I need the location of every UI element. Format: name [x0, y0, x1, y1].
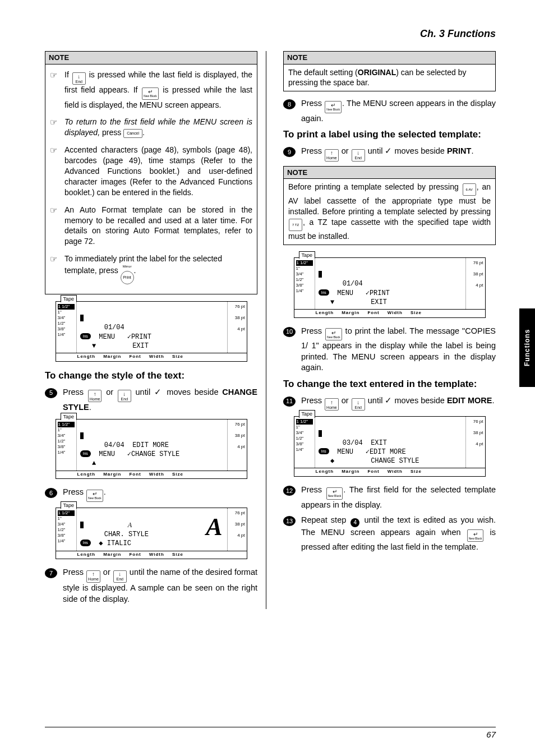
end-key-icon: ↓End: [72, 72, 86, 85]
note-item: To immediately print the label for the s…: [50, 253, 252, 284]
note-header: NOTE: [45, 52, 257, 64]
note-item: To return to the first field while the M…: [50, 117, 252, 138]
step-13: 13 Repeat step 4 until the text is edite…: [283, 515, 496, 553]
av-key-icon: 6 AV: [463, 183, 476, 196]
heading-edit-text: To change the text entered in the templa…: [283, 378, 496, 391]
left-column: NOTE If ↓End is pressed while the last f…: [45, 51, 266, 609]
note-box-1: NOTE If ↓End is pressed while the last f…: [45, 51, 257, 294]
page-footer: 67: [45, 727, 496, 739]
side-tab: Functions: [519, 308, 535, 387]
new-block-key-icon: ↵New Block: [142, 87, 159, 100]
step-number-icon: 8: [283, 99, 296, 109]
new-block-key-icon: ↵New Block: [325, 101, 342, 113]
heading-change-style: To change the style of the text:: [45, 370, 257, 382]
step-10: 10 Press ↵New Block to print the label. …: [283, 326, 496, 374]
lcd-display-5: Tape 1 1/2"1"3/4"1/2"3/8"1/4" 03/04 EXIT…: [294, 416, 486, 477]
step-ref-4-icon: 4: [350, 518, 359, 527]
end-key-icon: ↓End: [118, 390, 131, 402]
step-8: 8 Press ↵New Block. The MENU screen appe…: [283, 98, 496, 124]
step-number-icon: 11: [283, 397, 296, 407]
step-7: 7 Press ↑Home or ↓End until the name of …: [45, 567, 257, 605]
step-6: 6 Press ↵New Block.: [45, 487, 257, 502]
step-number-icon: 7: [45, 568, 57, 578]
step-12: 12 Press ↵New Block. The first field for…: [283, 485, 496, 510]
lcd-right-scale: 76 pt 38 pt 4 pt: [227, 302, 247, 353]
step-11: 11 Press ↑Home or ↓End until ✓ moves bes…: [283, 395, 496, 411]
step-9: 9 Press ↑Home or ↓End until ✓ moves besi…: [283, 146, 496, 162]
print-key-icon: Print: [121, 271, 134, 284]
home-key-icon: ↑Home: [325, 398, 339, 411]
right-column: NOTE The default setting (ORIGINAL) can …: [283, 51, 496, 609]
note-item: Accented characters (page 48), symbols (…: [50, 145, 252, 197]
heading-print-label: To print a label using the selected temp…: [283, 128, 496, 141]
end-key-icon: ↓End: [352, 398, 365, 411]
step-number-icon: 6: [45, 488, 57, 498]
note-box-2: NOTE The default setting (ORIGINAL) can …: [283, 51, 496, 91]
lcd-display-4: Tape 1 1/2"1"3/4"1/2"3/8"1/4" 01/04 Ins …: [294, 257, 486, 318]
note-box-3: NOTE Before printing a template selected…: [283, 166, 496, 245]
step-number-icon: 5: [45, 388, 57, 398]
tz-key-icon: 7 TZ: [289, 219, 302, 231]
lcd-display-1: Tape 1 1/2"1"3/4"1/2"3/8"1/4" 01/04 Ins …: [56, 301, 247, 362]
new-block-key-icon: ↵New Block: [325, 328, 342, 340]
home-key-icon: ↑Home: [88, 390, 102, 402]
note-item: An Auto Format template can be stored in…: [50, 205, 252, 247]
end-key-icon: ↓End: [113, 570, 127, 583]
lcd-display-3: Tape 1 1/2"1"3/4"1/2"3/8"1/4" A CHAR. ST…: [56, 508, 247, 560]
home-key-icon: ↑Home: [86, 570, 100, 583]
chapter-header: Ch. 3 Functions: [45, 28, 496, 40]
new-block-key-icon: ↵New Block: [326, 487, 343, 500]
end-key-icon: ↓End: [352, 149, 365, 162]
page-number: 67: [486, 730, 496, 739]
step-number-icon: 13: [283, 516, 296, 526]
lcd-display-2: Tape 1 1/2"1"3/4"1/2"3/8"1/4" 04/04 EDIT…: [56, 419, 247, 480]
cancel-key-icon: Cancel: [123, 129, 142, 138]
home-key-icon: ↑Home: [325, 149, 339, 162]
step-number-icon: 12: [283, 486, 296, 496]
step-number-icon: 10: [283, 327, 296, 337]
note-item: If ↓End is pressed while the last field …: [50, 70, 252, 110]
step-5: 5 Press ↑Home or ↓End until ✓ moves besi…: [45, 387, 257, 413]
new-block-key-icon: ↵New Block: [86, 490, 103, 502]
new-block-key-icon: ↵New Block: [467, 529, 484, 542]
step-number-icon: 9: [283, 147, 296, 157]
lcd-left-scale: 1 1/2"1"3/4"1/2"3/8"1/4": [56, 302, 77, 353]
